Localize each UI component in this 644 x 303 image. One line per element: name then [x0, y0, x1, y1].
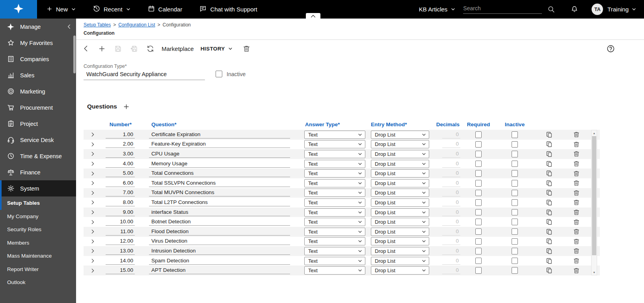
expand-row-icon[interactable] [90, 161, 95, 166]
user-avatar[interactable]: TA [592, 4, 603, 15]
back-button[interactable] [78, 41, 94, 56]
marketplace-button[interactable]: Marketplace [162, 45, 194, 52]
add-button[interactable] [94, 41, 110, 56]
scroll-up-arrow[interactable]: ▲ [592, 130, 597, 136]
sidebar-item[interactable]: Setup Tables [0, 196, 76, 210]
answer-type-select[interactable]: Text [304, 237, 365, 245]
inactive-checkbox[interactable] [512, 219, 518, 225]
entry-method-select[interactable]: Drop List [371, 237, 429, 245]
entry-method-select[interactable]: Drop List [371, 208, 429, 217]
expand-row-icon[interactable] [90, 132, 95, 137]
sidebar-item[interactable]: Mass Maintenance [0, 249, 76, 263]
app-logo[interactable] [0, 0, 37, 19]
sidebar-item[interactable]: Companies [0, 51, 76, 67]
inactive-checkbox[interactable] [216, 71, 222, 77]
number-input[interactable]: 10.00 [106, 218, 135, 226]
inactive-checkbox[interactable] [512, 199, 518, 206]
sidebar-item[interactable]: Report Writer [0, 263, 76, 276]
sidebar-item[interactable]: Security Roles [0, 223, 76, 236]
copy-icon[interactable] [546, 248, 553, 254]
help-button[interactable] [607, 45, 615, 53]
notifications-bell-icon[interactable] [571, 6, 578, 13]
sidebar-item[interactable]: My Favorites [0, 35, 76, 51]
required-checkbox[interactable] [475, 199, 482, 206]
expand-row-icon[interactable] [90, 151, 95, 157]
required-checkbox[interactable] [475, 248, 482, 254]
number-input[interactable]: 4.00 [106, 160, 135, 168]
required-checkbox[interactable] [475, 267, 482, 274]
required-checkbox[interactable] [475, 180, 482, 187]
save-button[interactable] [110, 41, 126, 56]
required-checkbox[interactable] [475, 238, 482, 245]
number-input[interactable]: 3.00 [106, 150, 135, 158]
answer-type-select[interactable]: Text [304, 179, 365, 187]
refresh-button[interactable] [142, 41, 158, 56]
question-input[interactable]: Feature-Key Expiration [149, 140, 290, 148]
number-input[interactable]: 9.00 [106, 209, 135, 216]
entry-method-select[interactable]: Drop List [371, 266, 429, 275]
copy-icon[interactable] [546, 151, 553, 157]
answer-type-select[interactable]: Text [304, 257, 365, 265]
add-question-button[interactable] [123, 103, 130, 110]
delete-row-icon[interactable] [573, 199, 580, 206]
copy-icon[interactable] [546, 170, 553, 177]
scrollbar-thumb[interactable] [592, 136, 596, 255]
sidebar-item[interactable]: Project [0, 116, 76, 132]
required-checkbox[interactable] [475, 131, 482, 138]
inactive-checkbox[interactable] [512, 238, 518, 245]
number-input[interactable]: 8.00 [106, 199, 135, 206]
inactive-checkbox[interactable] [512, 248, 518, 254]
delete-row-icon[interactable] [573, 141, 580, 148]
answer-type-select[interactable]: Text [304, 189, 365, 197]
required-checkbox[interactable] [475, 219, 482, 225]
copy-icon[interactable] [546, 141, 553, 148]
copy-icon[interactable] [546, 161, 553, 167]
sidebar-item[interactable]: Service Desk [0, 132, 76, 148]
sidebar-item[interactable]: System [0, 180, 76, 196]
number-input[interactable]: 7.00 [106, 189, 135, 196]
copy-icon[interactable] [546, 180, 553, 187]
required-checkbox[interactable] [475, 170, 482, 177]
number-input[interactable]: 12.00 [106, 238, 135, 245]
required-checkbox[interactable] [475, 151, 482, 157]
delete-row-icon[interactable] [573, 238, 580, 245]
delete-row-icon[interactable] [573, 189, 580, 196]
delete-row-icon[interactable] [573, 267, 580, 274]
kb-articles-menu[interactable]: KB Articles [419, 6, 456, 13]
required-checkbox[interactable] [475, 141, 482, 148]
entry-method-select[interactable]: Drop List [371, 257, 429, 265]
number-input[interactable]: 1.00 [106, 131, 135, 138]
question-input[interactable]: Total MUVPN Connections [149, 189, 290, 196]
scroll-down-arrow[interactable]: ▼ [592, 269, 597, 275]
expand-row-icon[interactable] [90, 180, 95, 186]
required-checkbox[interactable] [475, 258, 482, 264]
copy-icon[interactable] [546, 238, 553, 245]
required-checkbox[interactable] [475, 190, 482, 196]
table-scrollbar[interactable]: ▲ ▼ [591, 130, 597, 275]
delete-row-icon[interactable] [573, 150, 580, 157]
copy-icon[interactable] [546, 228, 553, 235]
sidebar-item[interactable]: Sales [0, 67, 76, 83]
expand-row-icon[interactable] [90, 229, 95, 234]
delete-row-icon[interactable] [573, 170, 580, 177]
save-and-close-button[interactable] [126, 41, 142, 56]
question-input[interactable]: interface Status [149, 209, 290, 216]
collapse-topbar-tab[interactable] [306, 13, 320, 19]
search-input[interactable] [463, 5, 542, 11]
expand-row-icon[interactable] [90, 239, 95, 244]
expand-row-icon[interactable] [90, 219, 95, 225]
inactive-checkbox[interactable] [512, 267, 518, 274]
copy-icon[interactable] [546, 131, 553, 138]
question-input[interactable]: Virus Detection [149, 238, 290, 245]
question-input[interactable]: CPU Usage [149, 150, 290, 158]
breadcrumb-setup-tables-link[interactable]: Setup Tables [84, 22, 111, 28]
required-checkbox[interactable] [475, 161, 482, 167]
sidebar-item[interactable]: Marketing [0, 83, 76, 99]
question-input[interactable]: Certificate Expiration [149, 131, 290, 138]
expand-row-icon[interactable] [90, 209, 95, 215]
entry-method-select[interactable]: Drop List [371, 169, 429, 178]
entry-method-select[interactable]: Drop List [371, 131, 429, 139]
inactive-checkbox[interactable] [512, 131, 518, 138]
calendar-menu[interactable]: Calendar [148, 5, 182, 13]
delete-row-icon[interactable] [573, 219, 580, 226]
